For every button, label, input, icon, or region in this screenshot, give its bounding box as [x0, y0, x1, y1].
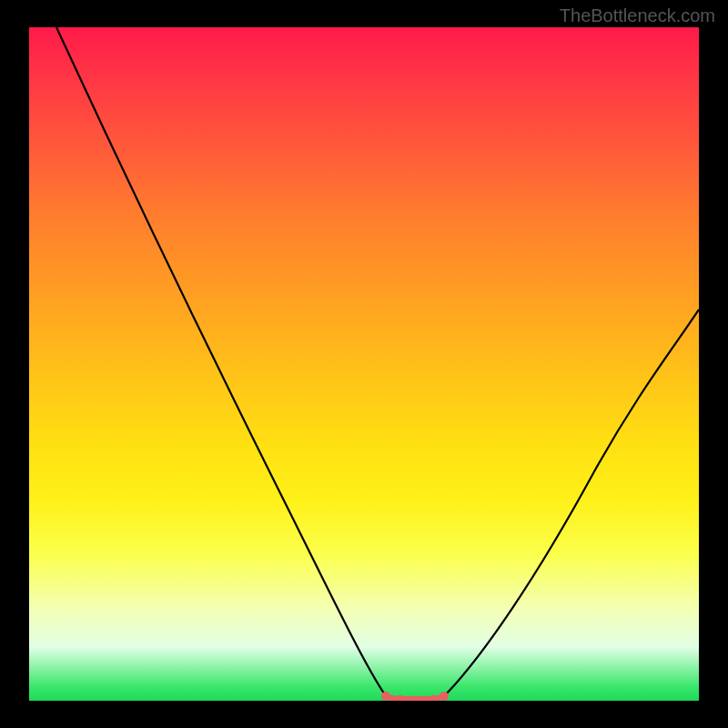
curve-left-branch: [56, 27, 386, 696]
valley-dot-left: [381, 692, 390, 701]
plot-area: [29, 27, 699, 701]
valley-bump: [430, 695, 436, 701]
watermark-text: TheBottleneck.com: [560, 5, 715, 26]
curve-overlay: [29, 27, 699, 701]
curve-right-branch: [444, 309, 699, 696]
valley-bump: [398, 695, 403, 701]
chart-container: TheBottleneck.com: [0, 0, 728, 728]
valley-dot-right: [440, 692, 449, 701]
